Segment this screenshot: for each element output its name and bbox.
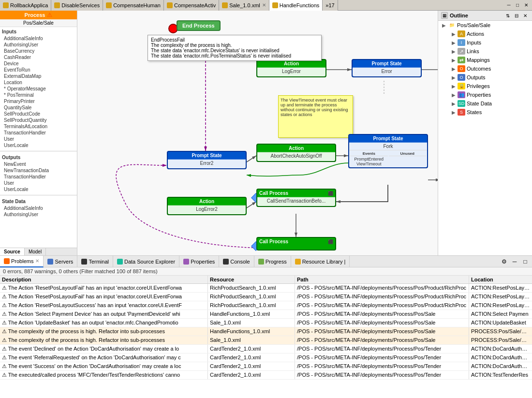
statedata-authorisinguser[interactable]: AuthorisingUser (2, 211, 75, 218)
table-row-6[interactable]: ⚠ The complexity of the process is high.… (0, 336, 532, 345)
tab-sale[interactable]: Sale_1.0.xml ✕ (219, 0, 269, 11)
problems-tab-close[interactable]: ✕ (35, 258, 39, 264)
call-process-2-node[interactable]: Call Process ⬛ (256, 237, 336, 251)
table-row-2[interactable]: ⚠ The Action 'ResetPosLayoutSuccess' has… (0, 301, 532, 310)
input-user[interactable]: User (2, 136, 75, 142)
tooltip-line-3: The state data 'enactor.mfc.DeviceStatus… (151, 48, 318, 53)
prompt-fork-node[interactable]: Prompt State Fork Events PromptEntered V… (348, 134, 428, 168)
table-row-4[interactable]: ⚠ The Action 'UpdateBasket' has an outpu… (0, 319, 532, 327)
tab-close-sale[interactable]: ✕ (262, 2, 266, 8)
output-newevent[interactable]: NewEvent (2, 161, 75, 167)
input-authorisinguser[interactable]: AuthorisingUser (2, 42, 75, 48)
table-row-10[interactable]: ⚠ The executed/called process 'MFC/Tende… (0, 371, 532, 380)
outline-item-links[interactable]: ▶ ↗ Links (438, 47, 532, 56)
prompt-error2-node[interactable]: Prompt State Error2 (167, 151, 247, 169)
call-process-1-node[interactable]: Call Process ⬛ CallSendTransactionBefo..… (256, 189, 336, 207)
outline-sort-button[interactable]: ⇅ (504, 12, 512, 19)
output-transactionhandler[interactable]: TransactionHandler (2, 174, 75, 180)
yellow-note[interactable]: The ViewTimeout event must clear up and … (278, 95, 353, 138)
tab-rollback[interactable]: RollbackApplica (0, 0, 51, 11)
end-process-node[interactable]: End Process (177, 20, 221, 31)
outline-item-privileges[interactable]: ▶ 🔒 Privileges (438, 82, 532, 90)
input-sellproductcode[interactable]: SellProductCode (2, 111, 75, 117)
outline-item-statedata[interactable]: ▶ SD State Data (438, 99, 532, 108)
table-row-3[interactable]: ⚠ The Action 'Select Payment Device' has… (0, 310, 532, 319)
input-location[interactable]: Location (2, 79, 75, 86)
prompt-error-node[interactable]: Prompt State Error (352, 59, 422, 77)
input-quantitysale[interactable]: QuantitySale (2, 104, 75, 111)
input-posterminal[interactable]: * PosTerminal (2, 92, 75, 98)
maximize-button[interactable]: □ (514, 1, 521, 9)
bottom-tab-servers[interactable]: Servers (44, 256, 77, 267)
input-externaldatamap[interactable]: ExternalDataMap (2, 73, 75, 79)
call-process-1-body: CallSendTransactionBefo... (257, 197, 335, 206)
minimize-button[interactable]: ─ (505, 1, 513, 9)
table-row-5[interactable]: ⚠ The complexity of the process is high.… (0, 327, 532, 336)
tab-handle-functions[interactable]: HandleFunctions (269, 0, 323, 11)
row-resource-1: RichProductSearch_1.0.xml (208, 293, 295, 301)
left-panel-scroll[interactable]: Inputs AdditionalSaleInfo AuthorisingUse… (0, 27, 77, 248)
row-desc-3: ⚠ The Action 'Select Payment Device' has… (0, 310, 208, 318)
outline-item-properties[interactable]: ▶ 👥 Properties (438, 90, 532, 99)
canvas-scroll[interactable]: End Process EndProcessFail The complexit… (77, 11, 438, 255)
table-row-9[interactable]: ⚠ The event 'Success' on the Action 'DoC… (0, 362, 532, 371)
tab-overflow[interactable]: »17 (323, 0, 338, 11)
input-eventtorun[interactable]: EventToRun (2, 67, 75, 73)
bottom-tab-resource[interactable]: Resource Library | (291, 256, 350, 267)
close-button[interactable]: ✕ (522, 1, 530, 9)
tab-icon-compensate-activ (167, 2, 173, 8)
minimize-bottom-button[interactable]: ─ (510, 257, 519, 266)
tab-disable[interactable]: DisableServices (51, 0, 103, 11)
row-path-4: /POS - POS/src/META-INF/deployments/Proc… (295, 319, 469, 327)
input-additionalsaleinfo[interactable]: AdditionalSaleInfo (2, 35, 75, 42)
inputs-title: Inputs (2, 28, 75, 35)
action-logerror-node[interactable]: Action LogError (256, 59, 326, 77)
input-userlocale[interactable]: UserLocale (2, 142, 75, 148)
tab-compensate-human[interactable]: CompensateHuman (103, 0, 164, 11)
model-tab[interactable]: Model (25, 248, 46, 255)
outline-item-actions[interactable]: ▶ A Actions (438, 29, 532, 38)
input-device[interactable]: Device (2, 60, 75, 67)
bottom-tab-problems[interactable]: Problems ✕ (0, 256, 44, 267)
outline-item-outcomes[interactable]: ▶ O Outcomes (438, 64, 532, 73)
outline-title-group: ▦ Outline (441, 12, 468, 19)
bottom-tab-datasource[interactable]: Data Source Explorer (113, 256, 179, 267)
source-tab[interactable]: Source (0, 248, 25, 255)
bottom-tab-progress[interactable]: Progress (254, 256, 291, 267)
datasource-tab-icon (117, 259, 123, 265)
maximize-bottom-button[interactable]: □ (520, 257, 530, 266)
table-row-1[interactable]: ⚠ The Action 'ResetPosLayoutFail' has an… (0, 293, 532, 301)
outline-item-mappings[interactable]: ▶ ⇄ Mappings (438, 56, 532, 64)
statedata-icon: SD (458, 100, 465, 107)
input-primaryprinter[interactable]: PrimaryPrinter (2, 98, 75, 104)
output-newtransactiondata[interactable]: NewTransactionData (2, 167, 75, 174)
output-userlocale[interactable]: UserLocale (2, 186, 75, 192)
input-terminalsatlocation[interactable]: TerminalsAtLocation (2, 123, 75, 130)
input-operatormessage[interactable]: * OperatorMessage (2, 86, 75, 92)
outline-close-button[interactable]: ✕ (521, 12, 529, 19)
input-sellproductquantity[interactable]: SellProductQuantity (2, 117, 75, 123)
bottom-tab-properties[interactable]: Properties (179, 256, 219, 267)
table-row-7[interactable]: ⚠ The event 'Declined' on the Action 'Do… (0, 345, 532, 354)
canvas-area[interactable]: End Process EndProcessFail The complexit… (77, 11, 438, 255)
filter-button[interactable]: ⚙ (499, 257, 509, 266)
bottom-tab-console[interactable]: Console (219, 256, 254, 267)
input-basecurrency[interactable]: BaseCurrency (2, 48, 75, 54)
outline-item-inputs[interactable]: ▶ I Inputs (438, 38, 532, 47)
input-transactionhandler[interactable]: TransactionHandler (2, 130, 75, 136)
statedata-additionalsaleinfo[interactable]: AdditionalSaleInfo (2, 205, 75, 211)
output-user[interactable]: User (2, 180, 75, 186)
tab-compensate-activ[interactable]: CompensateActiv (164, 0, 219, 11)
outline-root-item[interactable]: ▶ 📁 Pos/Sale/Sale (438, 21, 532, 29)
outline-item-states[interactable]: ▶ S States (438, 108, 532, 117)
bottom-tab-terminal[interactable]: Terminal (77, 256, 113, 267)
action-logerror2-node[interactable]: Action LogError2 (167, 197, 247, 215)
action-abort-node[interactable]: Action AbortCheckAutoSignOff (256, 144, 336, 162)
problems-tab-icon (4, 258, 10, 264)
outline-collapse-button[interactable]: ⊟ (513, 12, 520, 19)
table-row-8[interactable]: ⚠ The event 'ReferralRequested' on the A… (0, 354, 532, 362)
table-row-0[interactable]: ⚠ The Action 'ResetPosLayoutFail' has an… (0, 284, 532, 293)
problems-table[interactable]: Description Resource Path Location ⚠ The… (0, 276, 532, 398)
input-cashreader[interactable]: CashReader (2, 54, 75, 60)
outline-item-outputs[interactable]: ▶ O Outputs (438, 73, 532, 82)
